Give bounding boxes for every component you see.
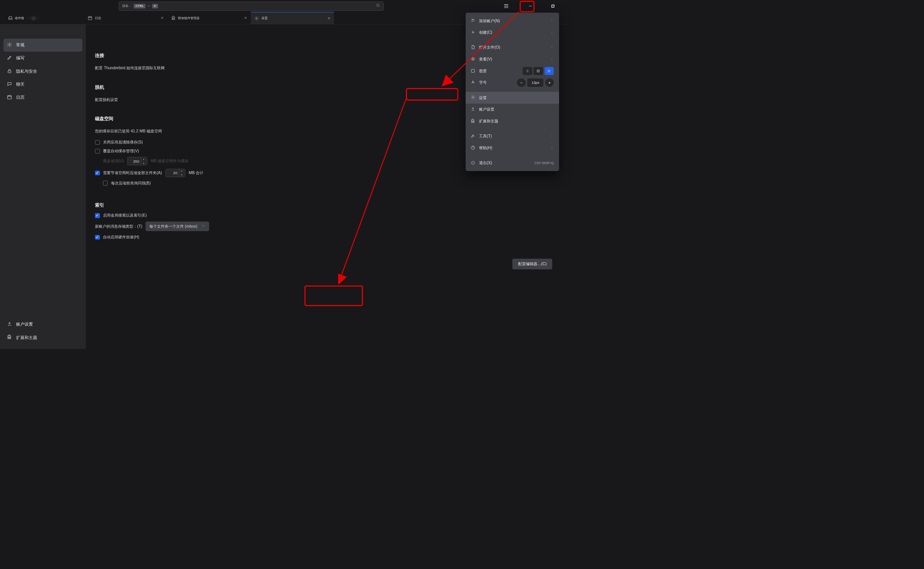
config-editor-button[interactable]: 配置编辑器…(C) bbox=[512, 259, 552, 270]
svg-rect-12 bbox=[471, 69, 474, 72]
section-index-title: 索引 bbox=[95, 202, 552, 209]
menu-open-file[interactable]: 打开文件(O) bbox=[466, 42, 559, 54]
svg-point-5 bbox=[9, 44, 10, 45]
app-menu: 添加账户(N) 创建(C) 打开文件(O) 查看(V) 密度 bbox=[466, 13, 559, 171]
menu-help[interactable]: 帮助(H) bbox=[466, 142, 559, 154]
hw-accel-checkbox[interactable] bbox=[95, 235, 100, 240]
compact-threshold-value[interactable] bbox=[166, 171, 179, 175]
hw-accel-label: 自动启用硬件加速(H) bbox=[103, 235, 139, 240]
menu-quit[interactable]: 退出(X) Ctrl+Shift+Q bbox=[466, 157, 559, 169]
menu-label: 创建(C) bbox=[479, 30, 492, 35]
tab-label: 附加组件管理器 bbox=[178, 16, 200, 20]
tab-addons[interactable]: 附加组件管理器 × bbox=[167, 12, 251, 24]
compact-threshold-input[interactable]: ▲▼ bbox=[165, 169, 186, 177]
menu-extensions[interactable]: 扩展和主题 bbox=[466, 116, 559, 127]
store-type-value: 每个文件夹一个文件 (mbox) bbox=[149, 224, 197, 229]
svg-rect-7 bbox=[8, 96, 11, 99]
add-account-icon bbox=[471, 18, 475, 23]
gloda-checkbox[interactable] bbox=[95, 213, 100, 218]
menu-settings[interactable]: 设置 bbox=[466, 92, 559, 104]
window-maximize-button[interactable] bbox=[549, 2, 557, 10]
compact-checkbox[interactable] bbox=[95, 171, 100, 175]
density-compact-button[interactable] bbox=[523, 67, 532, 75]
sidebar-item-label: 扩展和主题 bbox=[16, 335, 37, 341]
puzzle-icon bbox=[171, 16, 176, 20]
stepper-up-icon[interactable]: ▲ bbox=[141, 157, 146, 161]
clear-on-close-label: 关闭应用后清除缓存(S) bbox=[103, 140, 143, 145]
svg-point-0 bbox=[376, 4, 379, 7]
menu-label: 添加账户(N) bbox=[479, 18, 500, 24]
density-default-button[interactable] bbox=[533, 67, 543, 75]
menu-density[interactable]: 密度 bbox=[466, 65, 559, 77]
global-search[interactable]: 搜索… CTRL + K bbox=[119, 2, 384, 10]
override-cache-checkbox[interactable] bbox=[95, 149, 100, 153]
close-icon[interactable]: × bbox=[244, 15, 247, 21]
sidebar-item-general[interactable]: 常规 bbox=[3, 39, 83, 52]
svg-point-4 bbox=[256, 18, 257, 19]
cache-usage: 您的缓存目前已使用 41.2 MB 磁盘空间 bbox=[95, 129, 162, 134]
svg-point-11 bbox=[473, 59, 474, 60]
font-increase-button[interactable]: + bbox=[545, 78, 554, 87]
menu-account-settings[interactable]: 账户设置 bbox=[466, 104, 559, 116]
menu-label: 字号 bbox=[479, 80, 487, 85]
override-cache-label: 覆盖自动缓存管理(V) bbox=[103, 148, 139, 154]
stepper-down-icon[interactable]: ▼ bbox=[179, 173, 185, 177]
calendar-icon bbox=[88, 16, 92, 20]
stepper-down-icon[interactable]: ▼ bbox=[141, 161, 146, 165]
offline-desc: 配置脱机设置 bbox=[95, 97, 118, 103]
svg-point-15 bbox=[473, 97, 474, 98]
tab-inbox[interactable]: 收件箱 ·····@····· bbox=[4, 12, 84, 24]
density-relaxed-button[interactable] bbox=[545, 67, 554, 75]
sidebar-item-extensions[interactable]: 扩展和主题 bbox=[3, 331, 83, 344]
search-placeholder: 搜索… bbox=[122, 4, 131, 8]
gear-icon bbox=[471, 95, 475, 100]
titlebar: 搜索… CTRL + K bbox=[0, 0, 566, 12]
kbd-plus: + bbox=[148, 4, 150, 8]
clear-on-close-checkbox[interactable] bbox=[95, 140, 100, 145]
sidebar-item-compose[interactable]: 编写 bbox=[3, 52, 83, 65]
chevron-right-icon bbox=[550, 19, 554, 23]
settings-sidebar: 常规 编写 隐私与安全 聊天 日历 账户设置 bbox=[0, 24, 86, 349]
max-use-label: 最多使用(U) bbox=[103, 158, 124, 164]
chevron-right-icon bbox=[550, 31, 554, 35]
chat-icon bbox=[7, 82, 12, 87]
font-icon bbox=[471, 80, 475, 85]
sidebar-item-calendar[interactable]: 日历 bbox=[3, 91, 83, 104]
sidebar-item-account-settings[interactable]: 账户设置 bbox=[3, 318, 83, 331]
menu-create[interactable]: 创建(C) bbox=[466, 27, 559, 39]
menu-label: 账户设置 bbox=[479, 107, 494, 112]
lock-icon bbox=[7, 68, 12, 74]
menu-font[interactable]: 字号 − 13px + bbox=[466, 77, 559, 89]
help-icon bbox=[471, 145, 475, 151]
max-cache-value[interactable] bbox=[128, 159, 141, 163]
tab-label: 日历 bbox=[95, 16, 101, 20]
plus-icon bbox=[471, 30, 475, 35]
max-cache-input[interactable]: ▲▼ bbox=[127, 157, 147, 165]
window-minimize-button[interactable] bbox=[526, 2, 535, 10]
sidebar-item-label: 隐私与安全 bbox=[16, 68, 37, 74]
menu-add-account[interactable]: 添加账户(N) bbox=[466, 15, 559, 27]
svg-point-16 bbox=[473, 108, 474, 109]
sidebar-item-privacy[interactable]: 隐私与安全 bbox=[3, 65, 83, 78]
sidebar-item-chat[interactable]: 聊天 bbox=[3, 78, 83, 91]
menu-view[interactable]: 查看(V) bbox=[466, 54, 559, 65]
font-decrease-button[interactable]: − bbox=[517, 78, 525, 87]
sidebar-item-label: 编写 bbox=[16, 55, 25, 61]
kbd-ctrl: CTRL bbox=[134, 4, 146, 8]
store-type-select[interactable]: 每个文件夹一个文件 (mbox) bbox=[146, 222, 209, 231]
eye-icon bbox=[471, 57, 475, 62]
store-type-label: 新账户的消息存储类型：(T) bbox=[95, 224, 142, 229]
close-icon[interactable]: × bbox=[327, 16, 330, 21]
stepper-up-icon[interactable]: ▲ bbox=[179, 169, 185, 173]
svg-rect-6 bbox=[8, 71, 11, 73]
ask-before-compact-checkbox[interactable] bbox=[103, 181, 108, 185]
app-menu-button[interactable] bbox=[500, 2, 512, 11]
svg-rect-3 bbox=[88, 17, 92, 20]
gear-icon bbox=[254, 16, 259, 21]
gear-icon bbox=[7, 42, 12, 48]
close-icon[interactable]: × bbox=[161, 15, 164, 21]
gloda-label: 启用全局搜索以及索引(E) bbox=[103, 213, 147, 218]
tab-calendar[interactable]: 日历 × bbox=[84, 12, 167, 24]
tab-settings[interactable]: 设置 × bbox=[251, 12, 334, 24]
menu-tools[interactable]: 工具(T) bbox=[466, 130, 559, 142]
